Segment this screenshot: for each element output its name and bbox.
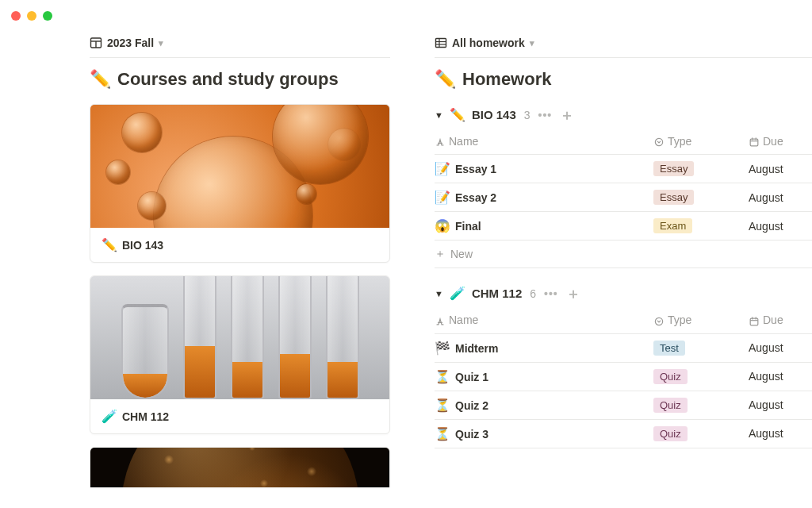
row-emoji: 📝	[435, 190, 450, 204]
pencil-icon: ✏️	[102, 237, 117, 252]
row-name: Essay 1	[455, 163, 496, 175]
row-due: August	[749, 183, 812, 212]
homework-group: ▼🧪CHM 1126•••＋ Name Type Due🏁MidtermTest…	[435, 286, 812, 448]
course-cover-image	[90, 276, 389, 399]
course-card-3[interactable]	[90, 447, 390, 487]
window-traffic-lights	[11, 11, 52, 21]
view-selector-homework[interactable]: All homework ▾	[435, 37, 534, 56]
section-title-courses: ✏️ Courses and study groups	[90, 69, 390, 90]
text-property-icon	[435, 137, 446, 148]
chevron-down-icon: ▾	[530, 38, 534, 48]
type-tag: Quiz	[653, 369, 688, 384]
select-property-icon	[653, 137, 665, 148]
table-row[interactable]: 📝Essay 2EssayAugust	[435, 183, 812, 212]
column-header-due[interactable]: Due	[749, 130, 812, 155]
type-tag: Quiz	[653, 426, 688, 441]
minimize-window-button[interactable]	[27, 11, 36, 21]
group-header[interactable]: ▼✏️BIO 1433•••＋	[435, 107, 812, 122]
svg-rect-8	[750, 139, 758, 146]
group-name: BIO 143	[472, 108, 516, 121]
table-row[interactable]: 🏁MidtermTestAugust	[435, 333, 812, 362]
new-row-label: New	[450, 248, 473, 260]
column-header-type[interactable]: Type	[653, 309, 749, 333]
pencil-icon: ✏️	[90, 69, 111, 90]
select-property-icon	[653, 316, 665, 327]
type-tag: Quiz	[653, 398, 688, 413]
homework-table: Name Type Due📝Essay 1EssayAugust📝Essay 2…	[435, 130, 812, 241]
gallery-view-icon	[90, 37, 102, 49]
row-due: August	[749, 212, 812, 241]
row-name: Quiz 1	[455, 371, 488, 383]
course-card-bio143[interactable]: ✏️ BIO 143	[90, 104, 390, 263]
view-label: 2023 Fall	[107, 37, 154, 49]
row-emoji: ⏳	[435, 398, 450, 412]
text-property-icon	[435, 316, 446, 327]
type-tag: Test	[653, 341, 685, 356]
column-header-name[interactable]: Name	[435, 130, 653, 155]
pencil-icon: ✏️	[435, 69, 456, 90]
course-card-title: CHM 112	[122, 410, 169, 423]
row-emoji: 📝	[435, 162, 450, 175]
course-cover-image	[90, 448, 389, 487]
row-emoji: 😱	[435, 219, 450, 233]
column-header-type[interactable]: Type	[653, 130, 749, 155]
table-view-icon	[435, 37, 447, 49]
table-row[interactable]: 😱FinalExamAugust	[435, 212, 812, 241]
row-emoji: ⏳	[435, 427, 450, 441]
group-more-button[interactable]: •••	[542, 287, 560, 300]
group-emoji: ✏️	[450, 107, 465, 122]
maximize-window-button[interactable]	[43, 11, 52, 21]
table-row[interactable]: 📝Essay 1EssayAugust	[435, 155, 812, 183]
group-add-button[interactable]: ＋	[566, 287, 580, 301]
svg-rect-3	[436, 39, 446, 48]
row-due: August	[749, 362, 812, 391]
row-due: August	[749, 419, 812, 448]
homework-group: ▼✏️BIO 1433•••＋ Name Type Due📝Essay 1Ess…	[435, 107, 812, 268]
group-name: CHM 112	[472, 287, 522, 300]
course-card-chm112[interactable]: 🧪 CHM 112	[90, 275, 390, 434]
disclosure-triangle-icon: ▼	[435, 289, 443, 298]
row-name: Quiz 2	[455, 399, 488, 412]
row-name: Quiz 3	[455, 428, 488, 441]
svg-point-12	[655, 318, 662, 325]
view-selector-courses[interactable]: 2023 Fall ▾	[90, 37, 163, 56]
table-row[interactable]: ⏳Quiz 3QuizAugust	[435, 419, 812, 448]
plus-icon: ＋	[435, 247, 446, 261]
view-label: All homework	[452, 37, 525, 49]
table-row[interactable]: ⏳Quiz 2QuizAugust	[435, 391, 812, 419]
disclosure-triangle-icon: ▼	[435, 110, 443, 120]
row-name: Midterm	[455, 342, 498, 355]
date-property-icon	[749, 316, 760, 327]
date-property-icon	[749, 137, 760, 148]
row-name: Final	[455, 220, 481, 233]
type-tag: Exam	[653, 218, 692, 233]
group-count: 3	[524, 109, 530, 121]
course-cover-image	[90, 105, 389, 228]
chevron-down-icon: ▾	[159, 38, 163, 48]
table-row[interactable]: ⏳Quiz 1QuizAugust	[435, 362, 812, 391]
row-due: August	[749, 155, 812, 183]
type-tag: Essay	[653, 190, 694, 205]
row-name: Essay 2	[455, 191, 496, 204]
group-count: 6	[530, 287, 536, 300]
group-add-button[interactable]: ＋	[560, 108, 574, 122]
svg-rect-13	[750, 318, 758, 325]
group-emoji: 🧪	[450, 286, 465, 301]
close-window-button[interactable]	[11, 11, 21, 21]
type-tag: Essay	[653, 161, 694, 176]
row-due: August	[749, 333, 812, 362]
column-header-due[interactable]: Due	[749, 309, 812, 333]
group-more-button[interactable]: •••	[537, 109, 554, 121]
svg-point-7	[655, 139, 662, 146]
column-header-name[interactable]: Name	[435, 309, 653, 333]
test-tube-icon: 🧪	[102, 409, 117, 424]
course-card-title: BIO 143	[122, 239, 163, 252]
row-emoji: ⏳	[435, 370, 450, 383]
section-title-homework: ✏️ Homework	[435, 69, 812, 90]
homework-table: Name Type Due🏁MidtermTestAugust⏳Quiz 1Qu…	[435, 309, 812, 448]
row-due: August	[749, 391, 812, 419]
new-row-button[interactable]: ＋New	[435, 241, 812, 268]
row-emoji: 🏁	[435, 341, 450, 355]
group-header[interactable]: ▼🧪CHM 1126•••＋	[435, 286, 812, 301]
